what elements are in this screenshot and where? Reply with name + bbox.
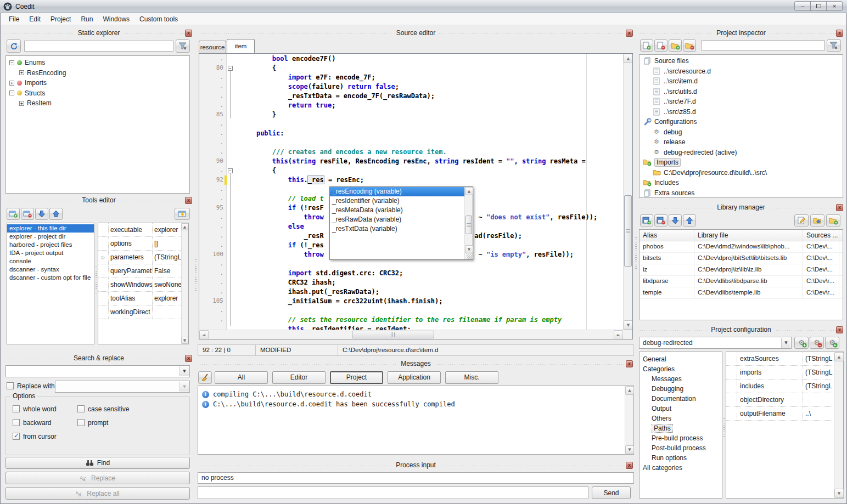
editor-vscrollbar[interactable]: ▲ ▼	[623, 54, 632, 330]
inspector-node[interactable]: ⚙debug	[642, 127, 843, 138]
column-header-library[interactable]: Library file	[694, 230, 803, 241]
table-row[interactable]: libdparseC:\Dev\dlibs\libdparse.libC:\De…	[640, 276, 843, 287]
collapse-icon[interactable]: −	[9, 60, 14, 65]
tool-item[interactable]: IDA - project output	[7, 249, 94, 257]
messages-scrollbar[interactable]: ▲ ▼	[625, 386, 633, 454]
option-case-sensitive[interactable]: case sensitive	[77, 405, 189, 413]
option-whole-word[interactable]: whole word	[13, 405, 77, 413]
filter-editor[interactable]: Editor	[272, 371, 326, 384]
expand-icon[interactable]: +	[9, 81, 14, 86]
replace-button[interactable]: ba Replace	[5, 472, 190, 484]
table-row[interactable]: bitsetsC:\Dev\dproj\bitSet\lib\bitsets.l…	[640, 253, 843, 264]
send-button[interactable]: Send	[592, 486, 631, 499]
editor-hscrollbar[interactable]: ◄ ►	[199, 330, 632, 339]
category-documentation[interactable]: Documentation	[642, 394, 722, 404]
move-down-button[interactable]	[35, 208, 48, 220]
tools-grid-scrollbar[interactable]: ▲ ▼	[181, 223, 188, 344]
close-icon[interactable]: x	[836, 30, 843, 37]
menu-item-custom-tools[interactable]: Custom tools	[134, 14, 183, 25]
fold-collapse-icon[interactable]: −	[228, 168, 233, 173]
inspector-node[interactable]: Includes	[642, 178, 843, 188]
property-row[interactable]: ▷parameters(TStringL	[98, 251, 188, 264]
search-combobox[interactable]: ▼	[5, 365, 190, 377]
tools-splitter[interactable]	[96, 266, 97, 293]
filter-application[interactable]: Application	[388, 371, 441, 384]
configuration-select[interactable]: debug-redirected ▼	[639, 337, 792, 349]
config-property-row[interactable]: objectDirectory	[726, 393, 843, 407]
column-header-sources[interactable]: Sources ...	[803, 230, 839, 241]
tool-item[interactable]: explorer - this file dir	[7, 224, 94, 233]
config-property-row[interactable]: imports(TStringL	[726, 366, 843, 380]
expand-icon[interactable]: +	[19, 70, 24, 75]
config-splitter[interactable]	[723, 417, 725, 437]
tool-item[interactable]: dscanner - syntax	[7, 265, 94, 274]
category-pre-build-process[interactable]: Pre-build process	[642, 433, 722, 443]
filter-clear-button[interactable]	[176, 39, 190, 53]
add-configuration-button[interactable]: ⚙	[794, 337, 809, 349]
library-up-button[interactable]	[683, 214, 696, 226]
category-post-build-process[interactable]: Post-build process	[642, 443, 722, 453]
category-debugging[interactable]: Debugging	[642, 384, 722, 394]
close-icon[interactable]: x	[626, 30, 633, 37]
configuration-grid[interactable]: extraSources(TStringLimports(TStringLinc…	[726, 352, 844, 499]
category-others[interactable]: Others	[642, 414, 722, 423]
edit-library-button[interactable]	[794, 214, 809, 226]
library-from-dub-button[interactable]	[810, 214, 824, 226]
tool-add-button[interactable]	[7, 208, 20, 220]
tab-item[interactable]: item	[227, 39, 255, 53]
table-row[interactable]: phobosC:\Dev\dmd2\windows\lib\phob...C:\…	[640, 241, 843, 253]
tab-resource[interactable]: resource	[199, 41, 226, 53]
explorer-node[interactable]: +ResItem	[6, 98, 189, 109]
config-scrollbar[interactable]: ▲ ▼	[834, 352, 843, 498]
add-library-button[interactable]	[640, 214, 653, 226]
explorer-node[interactable]: +Imports	[6, 78, 189, 88]
inspector-node[interactable]: Imports	[642, 157, 843, 168]
inspector-filter-input[interactable]	[702, 40, 824, 51]
property-row[interactable]: toolAliasexplorer	[98, 292, 188, 305]
expand-icon[interactable]: +	[19, 101, 24, 106]
close-icon[interactable]: x	[185, 197, 192, 204]
tool-item[interactable]: dscanner - custom opt for file	[7, 274, 94, 282]
filter-misc[interactable]: Misc.	[445, 371, 498, 384]
inspector-node[interactable]: Extra sources	[642, 188, 843, 199]
close-icon[interactable]: x	[626, 360, 633, 367]
property-row[interactable]: queryParametFalse	[98, 264, 188, 278]
inspector-node[interactable]: ⚙release	[642, 137, 843, 148]
inspector-node[interactable]: ..\src\z85.d	[642, 107, 843, 117]
inspector-node[interactable]: ..\src\e7F.d	[642, 97, 843, 107]
chevron-down-icon[interactable]: ▼	[781, 338, 790, 348]
fold-collapse-icon[interactable]: −	[228, 66, 233, 71]
option-backward[interactable]: backward	[13, 419, 77, 427]
close-button[interactable]: ×	[826, 1, 843, 11]
run-tool-button[interactable]	[175, 208, 190, 220]
category-all-categories[interactable]: All categories	[642, 463, 722, 473]
inspector-node[interactable]: ..\src\item.d	[642, 76, 843, 87]
replace-combobox[interactable]: ▼	[55, 381, 190, 393]
property-row[interactable]: showWindowsswoNone	[98, 278, 188, 292]
option-from-cursor[interactable]: from cursor	[13, 433, 77, 440]
minimize-button[interactable]: –	[794, 1, 811, 11]
library-from-folder-button[interactable]	[826, 214, 840, 226]
close-icon[interactable]: x	[185, 30, 192, 37]
remove-configuration-button[interactable]: ⚙	[810, 337, 824, 349]
completion-item[interactable]: _resEncoding (variable)	[330, 187, 464, 196]
left-splitter[interactable]	[195, 258, 197, 291]
code-editor[interactable]: . bool encodee7F()80− {. import e7F: enc…	[199, 53, 633, 339]
tool-item[interactable]: console	[7, 257, 94, 265]
project-inspector-tree[interactable]: Source files..\src\resource.d..\src\item…	[639, 54, 843, 198]
tool-properties-grid[interactable]: executableexploreroptions[]▷parameters(T…	[98, 223, 189, 344]
config-property-row[interactable]: outputFilename..\	[726, 407, 843, 421]
maximize-button[interactable]	[810, 1, 827, 11]
replace-all-button[interactable]: ba Replace all	[5, 487, 190, 500]
remove-source-button[interactable]	[654, 39, 667, 52]
message-row[interactable]: iC:\...\build\resource.d.coedit has been…	[198, 399, 633, 409]
explorer-node[interactable]: −Structs	[6, 88, 189, 99]
explorer-node[interactable]: −Enums	[6, 58, 189, 68]
library-table[interactable]: AliasLibrary fileSources ...phobosC:\Dev…	[639, 229, 843, 320]
explorer-filter-input[interactable]	[24, 41, 173, 52]
process-input-field[interactable]	[198, 486, 588, 499]
property-row[interactable]: options[]	[98, 237, 188, 251]
completion-item[interactable]: _resMetaData (variable)	[330, 206, 464, 215]
inspector-filter-button[interactable]	[827, 39, 841, 52]
filter-all[interactable]: All	[215, 371, 268, 384]
